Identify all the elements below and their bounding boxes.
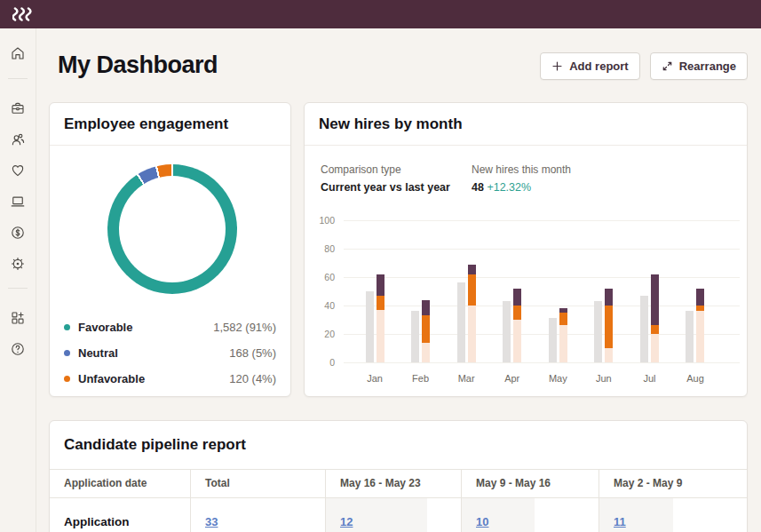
legend-dot-icon xyxy=(64,350,70,356)
card-title: Candidate pipeline report xyxy=(50,421,747,469)
rippling-logo[interactable] xyxy=(12,6,32,22)
add-report-label: Add report xyxy=(569,60,628,73)
pipeline-value-link[interactable]: 10 xyxy=(476,515,488,528)
bar-current-year-segment xyxy=(605,348,613,362)
home-icon[interactable] xyxy=(10,45,26,61)
bar-current-year-segment xyxy=(377,310,384,362)
card-title: New hires by month xyxy=(305,103,747,146)
comparison-type-stat: Comparison type Current year vs last yea… xyxy=(321,163,472,194)
gridline xyxy=(344,249,740,250)
bar-current-year-segment xyxy=(513,289,521,306)
pipeline-value-link[interactable]: 11 xyxy=(614,515,626,528)
gridline xyxy=(344,334,740,335)
pipeline-row-label: Application xyxy=(64,515,130,528)
hires-stats: Comparison type Current year vs last yea… xyxy=(305,146,747,194)
bar-last-year xyxy=(457,282,465,362)
x-tick-label: Jul xyxy=(630,373,669,384)
legend-dot-icon xyxy=(64,376,70,382)
gridline xyxy=(344,362,740,363)
bar-last-year xyxy=(640,296,648,362)
heart-icon[interactable] xyxy=(10,163,26,179)
comparison-type-value[interactable]: Current year vs last year xyxy=(321,181,472,194)
legend-label: Neutral xyxy=(78,346,118,360)
bar-current-year-segment xyxy=(696,306,704,311)
apps-add-icon[interactable] xyxy=(10,310,26,326)
bar-last-year xyxy=(686,311,694,362)
x-tick-label: Apr xyxy=(493,373,532,384)
bar-last-year xyxy=(503,301,511,362)
bar-last-year xyxy=(366,291,374,362)
main-content: My Dashboard Add report Rearrange Employ… xyxy=(36,28,761,532)
bar-current-year-segment xyxy=(513,320,521,362)
x-tick-label: Mar xyxy=(447,373,486,384)
pipeline-column-header: Total xyxy=(190,470,325,497)
bar-current-year-segment xyxy=(422,300,430,316)
cell-highlight xyxy=(599,498,673,532)
laptop-icon[interactable] xyxy=(10,194,26,210)
sidebar-divider xyxy=(8,78,28,79)
legend-row: Favorable1,582 (91%) xyxy=(64,314,276,340)
pipeline-body: Application33121011 xyxy=(50,498,747,532)
hires-chart: 020406080100JanFebMarAprMayJunJulAug xyxy=(305,208,748,396)
bar-current-year-segment xyxy=(651,325,659,334)
comparison-type-label: Comparison type xyxy=(321,163,472,176)
legend-row: Unfavorable120 (4%) xyxy=(64,366,276,392)
bar-current-year-segment xyxy=(651,274,659,326)
legend-dot-icon xyxy=(64,324,70,330)
pipeline-value-link[interactable]: 33 xyxy=(205,515,218,528)
new-hires-value-row: 48 +12.32% xyxy=(472,181,571,194)
bar-current-year-segment xyxy=(468,265,476,274)
legend-value: 168 (5%) xyxy=(229,346,276,360)
people-icon[interactable] xyxy=(10,131,26,147)
gridline xyxy=(344,277,740,278)
add-report-button[interactable]: Add report xyxy=(540,52,639,80)
bar-current-year-segment xyxy=(513,306,521,320)
donut-hole xyxy=(119,176,226,282)
bar-current-year-segment xyxy=(377,274,384,296)
legend-value: 120 (4%) xyxy=(229,372,276,385)
sidebar-divider xyxy=(8,288,28,289)
header-actions: Add report Rearrange xyxy=(540,52,748,80)
bar-last-year xyxy=(411,311,419,362)
candidate-pipeline-card: Candidate pipeline report Application da… xyxy=(49,420,748,532)
x-tick-label: Jan xyxy=(355,373,394,384)
bar-last-year xyxy=(594,301,602,362)
y-tick-label: 20 xyxy=(305,329,335,339)
pipeline-row: Application33121011 xyxy=(50,498,747,532)
x-tick-label: Jun xyxy=(584,373,623,384)
x-tick-label: Feb xyxy=(401,373,440,384)
pipeline-header-row: Application dateTotalMay 16 - May 23May … xyxy=(50,469,747,498)
pipeline-value-link[interactable]: 12 xyxy=(340,515,353,528)
pipeline-column-header: Application date xyxy=(50,470,190,497)
bar-current-year-segment xyxy=(696,289,704,306)
bar-current-year-segment xyxy=(422,343,430,362)
gridline xyxy=(344,220,740,221)
page-title: My Dashboard xyxy=(58,52,218,79)
bar-current-year-segment xyxy=(559,313,567,325)
bar-current-year-segment xyxy=(559,308,567,313)
card-title: Employee engagement xyxy=(50,103,290,146)
employee-engagement-card: Employee engagement Favorable1,582 (91%)… xyxy=(49,102,291,397)
new-hires-value: 48 xyxy=(472,181,484,194)
y-tick-label: 60 xyxy=(305,272,335,282)
rearrange-button[interactable]: Rearrange xyxy=(650,52,748,80)
bar-current-year-segment xyxy=(468,274,476,306)
new-hires-stat: New hires this month 48 +12.32% xyxy=(472,163,571,194)
pipeline-column-header: May 2 - May 9 xyxy=(598,470,748,497)
pipeline-column-header: May 9 - May 16 xyxy=(461,470,598,497)
y-tick-label: 80 xyxy=(305,243,335,254)
briefcase-icon[interactable] xyxy=(10,100,26,116)
bar-current-year-segment xyxy=(696,311,704,362)
y-tick-label: 40 xyxy=(305,300,335,311)
help-icon[interactable] xyxy=(10,341,26,357)
top-bar xyxy=(0,0,761,28)
gear-icon[interactable] xyxy=(10,256,26,272)
bar-current-year-segment xyxy=(605,289,613,306)
x-tick-label: Aug xyxy=(676,373,715,384)
bar-current-year-segment xyxy=(605,306,613,348)
bar-last-year xyxy=(549,318,557,362)
dollar-circle-icon[interactable] xyxy=(10,225,26,241)
sidebar-nav xyxy=(0,28,36,532)
cell-highlight xyxy=(462,498,535,532)
gridline xyxy=(344,306,740,306)
